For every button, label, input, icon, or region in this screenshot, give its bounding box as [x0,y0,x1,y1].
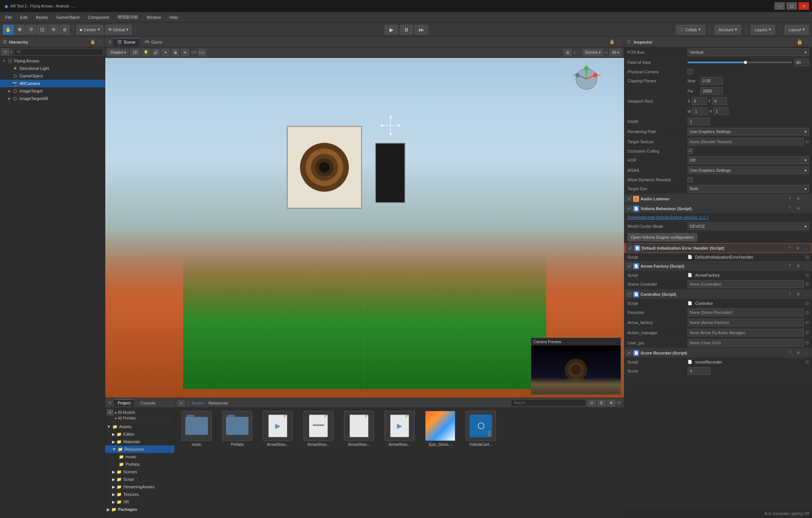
breadcrumb-resources[interactable]: Resources [209,401,229,405]
default-init-error-help[interactable]: ? [786,245,793,251]
ptree-xr[interactable]: ▶ 📁 XR [105,498,174,506]
asset-filter-btn[interactable]: ⊙ [588,400,596,406]
score-recorder-script-picker[interactable]: ⊙ [805,359,809,365]
scene-anims-btn[interactable]: ▷▷ [198,49,206,56]
fov-slider[interactable] [688,62,792,63]
asset-epic-glorio[interactable]: Epic_Glorio... [421,411,459,447]
menu-window[interactable]: Window [142,14,165,21]
layout-button[interactable]: Layout ▾ [785,25,809,35]
controllor-header[interactable]: ✓ 📄 Controllor (Script) ? ⚙ ⋮ [624,289,812,299]
vuforia-enable[interactable]: ✓ [627,206,632,211]
scene-settings-icon[interactable]: ⋮ [617,39,621,44]
ptree-scenes[interactable]: ▶ 📁 Scenes [105,468,174,476]
maximize-button[interactable]: ☐ [786,2,797,10]
minimize-button[interactable]: — [774,2,785,10]
tool-rect[interactable]: ✣ [48,25,59,35]
ptree-resources[interactable]: ▼ 📁 Resources [105,445,174,453]
menu-help[interactable]: Help [165,14,182,21]
world-center-dropdown[interactable]: DEVICE ▾ [688,223,809,230]
audio-listener-settings[interactable]: ⚙ [795,195,801,202]
vuforia-overflow[interactable]: ⋮ [803,205,810,212]
shading-dropdown[interactable]: Shaded ▾ [108,49,129,56]
vuforia-settings[interactable]: ⚙ [795,205,801,212]
filter-prefabs[interactable]: ▸ All Prefabs [115,416,136,420]
asset-music[interactable]: music [178,411,215,447]
fov-axis-dropdown[interactable]: Vertical ▾ [688,48,809,56]
occlusion-culling-checkbox[interactable]: ✓ [688,148,693,154]
scene-gizmo[interactable]: Y X Z [571,64,601,94]
tool-hand[interactable]: ✋ [3,25,14,35]
allow-dynamic-res-checkbox[interactable] [688,177,693,182]
arrow-factory-overflow[interactable]: ⋮ [803,263,810,270]
arrow-factory-enable[interactable]: ✓ [627,264,632,268]
menu-edit[interactable]: Edit [17,14,31,21]
tree-item-menu[interactable]: ⋮ [99,59,103,64]
near-input[interactable]: 0.05 [700,77,723,85]
hierarchy-search-input[interactable] [14,48,103,55]
score-input[interactable]: 0 [688,367,710,375]
target-eye-dropdown[interactable]: Both ▾ [688,185,809,192]
tree-item-imagetargetab[interactable]: ▶ ⬡ ImageTargetAB [0,95,105,102]
inspector-scroll-area[interactable]: FOV Axis Vertical ▾ Field of View [624,47,812,509]
dimension-dropdown[interactable]: 2D [130,49,140,56]
audio-listener-help[interactable]: ? [786,195,793,202]
far-input[interactable]: 2000 [700,87,723,95]
default-init-script-picker[interactable]: ⊙ [805,254,809,260]
breadcrumb-assets[interactable]: Assets [192,401,204,405]
menu-extended[interactable]: 增强版功能 [114,13,142,21]
fov-input[interactable]: 60 [794,59,809,66]
arrow-factory-settings[interactable]: ⚙ [795,263,801,270]
vuforia-header[interactable]: ✓ 📄 Vuforia Behaviour (Script) ? ⚙ ⋮ [624,204,812,214]
vuforia-open-config-btn[interactable]: Open Vuforia Engine configuration [627,233,697,241]
score-recorder-overflow[interactable]: ⋮ [803,350,810,356]
tool-move[interactable]: ✥ [14,25,25,35]
hierarchy-add-button[interactable]: + [2,48,9,55]
vuforia-download-link[interactable]: Download new Vuforia Engine version: 9.1… [627,215,709,220]
tree-item-arcamera[interactable]: 📷 ARCamera [0,80,105,87]
asset-arrowshoo-4[interactable]: ▶ ArrowShoo... [381,411,418,447]
action-manager-field[interactable]: None (Arrow Fly Action Manager) [688,329,804,336]
arrow-factory-help[interactable]: ? [786,263,793,270]
vp-h-input[interactable] [714,108,729,115]
pause-button[interactable]: ⏸ [400,25,413,35]
tree-item-flying-arrows[interactable]: ▼ ⬛ Flying Arrows ⋮ [0,57,105,65]
audio-listener-enable[interactable]: ✓ [627,196,632,201]
target-texture-field[interactable]: None (Render Texture) [688,138,804,145]
asset-arrowshoo-3[interactable]: ArrowShoo... [340,411,378,447]
pivot-dropdown[interactable]: ■ Center ▾ [76,25,103,35]
tab-project[interactable]: Project [114,399,134,406]
ptree-editor[interactable]: ▶ 📁 Editor [105,430,174,438]
user-gui-field[interactable]: None (User GUI) [688,339,804,347]
asset-arrowshoo-1[interactable]: ▶ ArrowShoo... [259,411,297,447]
scene-skybox-btn[interactable]: 🌤 [171,49,179,56]
layers-button[interactable]: Layers ▾ [751,25,775,35]
score-recorder-help[interactable]: ? [786,350,793,356]
tree-item-imagetarget[interactable]: ▶ ⬡ ImageTarget [0,87,105,95]
close-button[interactable]: ✕ [798,2,809,10]
audio-listener-header[interactable]: ✓ 🔊 Audio Listener ? ⚙ ⋮ [624,194,812,204]
controllor-overflow[interactable]: ⋮ [803,291,810,298]
vp-x-input[interactable] [692,97,707,105]
asset-arrowshoo-2[interactable]: ArrowShoo... [300,411,337,447]
asset-prefabs[interactable]: Prefabs [218,411,256,447]
controllor-help[interactable]: ? [786,291,793,298]
default-init-error-enable[interactable]: ✓ [628,246,633,251]
arrow-factory-ref-picker[interactable]: ⊙ [805,320,809,325]
default-init-error-overflow[interactable]: ⋮ [803,245,809,251]
tool-multi[interactable]: ⊘ [59,25,70,35]
action-manager-picker[interactable]: ⊙ [805,330,809,335]
score-recorder-enable[interactable]: ✓ [627,350,632,355]
recorder-field[interactable]: None (Score Recorder) [688,309,804,316]
default-init-error-settings[interactable]: ⚙ [794,245,801,251]
msaa-dropdown[interactable]: Use Graphics Settings ▾ [688,167,809,174]
physical-camera-checkbox[interactable] [688,69,693,74]
default-init-error-header[interactable]: ✓ 📄 Default Initialization Error Handler… [624,243,812,253]
vp-y-input[interactable] [712,97,727,105]
asset-view-btn[interactable]: ☰ [597,400,606,406]
arrow-factory-ref-field[interactable]: None (Arrow Factory) [688,319,804,326]
scene-controler-field[interactable]: None (Controllor) [688,280,804,288]
account-button[interactable]: Inspector Account ▾ [714,25,741,35]
menu-file[interactable]: File [2,14,16,21]
tree-item-directional-light[interactable]: ☀ Directional Light [0,65,105,72]
all-dropdown[interactable]: All ▾ [609,49,622,56]
